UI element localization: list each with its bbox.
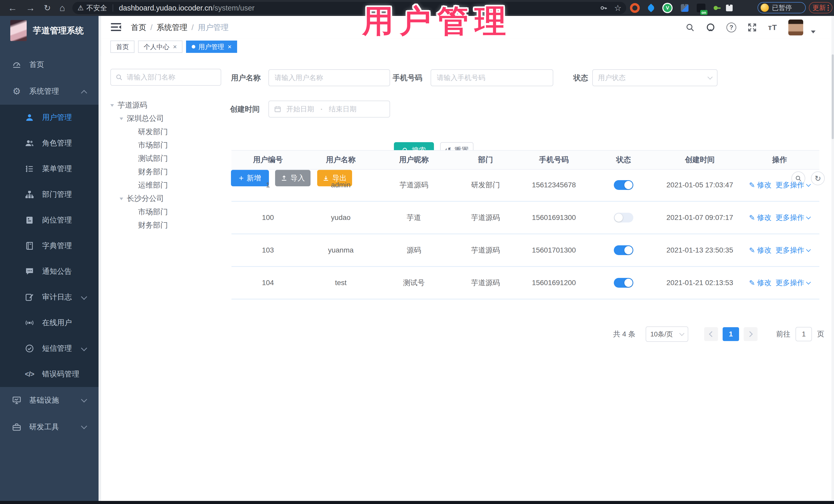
more-actions[interactable]: 更多操作 [775, 180, 810, 190]
sidebar-item-首页[interactable]: 首页 [0, 51, 98, 78]
mobile-input[interactable] [436, 74, 548, 82]
tree-node-财务部门[interactable]: 财务部门 [110, 165, 223, 179]
caret-down-icon[interactable] [110, 104, 114, 107]
fontsize-icon[interactable]: тT [768, 23, 777, 32]
tree-node-市场部门[interactable]: 市场部门 [110, 205, 223, 219]
status-toggle[interactable] [614, 213, 633, 222]
green-v-extension-icon[interactable] [662, 3, 673, 13]
page-scrollbar[interactable] [831, 16, 834, 501]
help-icon[interactable]: ? [726, 23, 736, 32]
forward-icon[interactable]: → [26, 3, 35, 13]
dept-search-input[interactable] [126, 73, 215, 82]
mobile-field[interactable] [431, 69, 553, 86]
key-icon[interactable] [600, 4, 608, 12]
date-range-picker[interactable]: 开始日期 - 结束日期 [268, 101, 390, 117]
date-start-placeholder[interactable]: 开始日期 [286, 105, 314, 114]
security-label[interactable]: 不安全 [86, 3, 107, 13]
fold-menu-icon[interactable] [110, 22, 122, 32]
more-actions[interactable]: 更多操作 [775, 213, 810, 222]
close-icon[interactable]: × [173, 43, 177, 51]
app-title: 芋道管理系统 [33, 25, 84, 37]
caret-down-icon[interactable] [119, 198, 123, 200]
next-page-button[interactable] [744, 327, 758, 341]
sidebar-item-部门管理[interactable]: 部门管理 [0, 182, 98, 207]
edit-action[interactable]: ✎修改 [749, 180, 771, 190]
breadcrumb-item[interactable]: 系统管理 [156, 22, 187, 33]
page-1-button[interactable]: 1 [723, 327, 739, 341]
status-select[interactable]: 用户状态 [592, 69, 718, 86]
cell-用户名称: yudao [304, 214, 377, 222]
blue-drop-extension-icon[interactable] [647, 4, 655, 12]
search-icon[interactable] [685, 23, 695, 32]
sidebar-scrollbar[interactable] [98, 16, 101, 501]
tree-node-芋道源码[interactable]: 芋道源码 [110, 98, 223, 112]
github-icon[interactable] [706, 23, 715, 32]
tampermonkey-on-extension-icon[interactable] [697, 4, 705, 12]
home-icon[interactable]: ⌂ [60, 3, 65, 13]
star-icon[interactable]: ☆ [614, 3, 621, 13]
sidebar-item-用户管理[interactable]: 用户管理 [0, 105, 98, 130]
more-actions[interactable]: 更多操作 [775, 245, 810, 255]
tree-node-label: 测试部门 [138, 153, 168, 164]
log-edit-icon [24, 292, 36, 302]
sidebar-item-岗位管理[interactable]: 岗位管理 [0, 207, 98, 233]
sidebar-item-基础设施[interactable]: 基础设施 [0, 387, 98, 414]
caret-down-icon[interactable] [119, 117, 123, 120]
status-toggle[interactable] [614, 278, 633, 288]
sidebar-item-系统管理[interactable]: ⚙系统管理 [0, 78, 98, 105]
username-input[interactable] [274, 74, 385, 82]
sidebar-item-通知公告[interactable]: 通知公告 [0, 259, 98, 284]
tree-node-研发部门[interactable]: 研发部门 [110, 125, 223, 138]
cell-创建时间: 2021-01-07 09:07:17 [660, 214, 740, 222]
breadcrumb-item[interactable]: 首页 [131, 22, 146, 33]
edit-action[interactable]: ✎修改 [749, 213, 771, 222]
prev-page-button[interactable] [704, 327, 718, 341]
profile-paused-badge[interactable]: 已暂停 [758, 2, 806, 13]
sidebar-item-研发工具[interactable]: 研发工具 [0, 414, 98, 440]
user-avatar[interactable] [788, 20, 803, 36]
fullscreen-icon[interactable] [748, 23, 757, 32]
menu-tree-icon [24, 164, 36, 174]
tree-node-深圳总公司[interactable]: 深圳总公司 [110, 112, 223, 125]
tree-node-测试部门[interactable]: 测试部门 [110, 152, 223, 165]
caret-down-icon[interactable] [811, 30, 815, 34]
edit-action[interactable]: ✎修改 [749, 278, 771, 288]
sidebar-item-角色管理[interactable]: 角色管理 [0, 130, 98, 156]
back-icon[interactable]: ← [8, 3, 17, 13]
tree-node-财务部门[interactable]: 财务部门 [110, 219, 223, 232]
tree-node-长沙分公司[interactable]: 长沙分公司 [110, 192, 223, 205]
status-toggle[interactable] [614, 245, 633, 255]
date-end-placeholder[interactable]: 结束日期 [329, 105, 356, 114]
pencil-icon: ✎ [749, 279, 755, 287]
edit-action[interactable]: ✎修改 [749, 245, 771, 255]
browser-menu-icon[interactable] [828, 5, 829, 11]
dept-search-box[interactable] [110, 69, 221, 86]
app-logo-row[interactable]: 芋道管理系统 [0, 16, 98, 45]
orange-ring-extension-icon[interactable] [630, 3, 640, 13]
white-puzzle-extension-icon[interactable] [726, 5, 733, 11]
green-key-extension-icon[interactable] [714, 6, 718, 10]
username-field[interactable] [268, 69, 390, 86]
sidebar-item-菜单管理[interactable]: 菜单管理 [0, 156, 98, 182]
status-toggle[interactable] [614, 180, 633, 190]
reload-icon[interactable]: ↻ [44, 3, 51, 13]
pencil-icon: ✎ [749, 214, 755, 222]
tab-个人中心[interactable]: 个人中心× [138, 41, 182, 53]
address-bar[interactable]: ⚠ 不安全 dashboard.yudao.iocoder.cn/system/… [72, 2, 626, 14]
tree-node-市场部门[interactable]: 市场部门 [110, 138, 223, 152]
close-icon[interactable]: × [227, 43, 232, 51]
more-actions[interactable]: 更多操作 [775, 278, 810, 288]
sidebar-item-字典管理[interactable]: 字典管理 [0, 233, 98, 259]
sidebar-item-在线用户[interactable]: 在线用户 [0, 310, 98, 336]
cell-操作: ✎修改更多操作 [740, 213, 819, 222]
sidebar-item-短信管理[interactable]: 短信管理 [0, 336, 98, 361]
browser-update-button[interactable]: 更新 [809, 2, 832, 13]
page-size-select[interactable]: 10条/页 [646, 326, 688, 342]
sidebar-item-错误码管理[interactable]: </>错误码管理 [0, 361, 98, 387]
tab-用户管理[interactable]: 用户管理× [186, 41, 237, 53]
tree-node-运维部门[interactable]: 运维部门 [110, 179, 223, 192]
sidebar-item-审计日志[interactable]: 审计日志 [0, 284, 98, 310]
goto-page-input[interactable] [795, 327, 812, 341]
tab-首页[interactable]: 首页 [110, 41, 134, 53]
puzzle-blue-extension-icon[interactable] [681, 4, 688, 12]
